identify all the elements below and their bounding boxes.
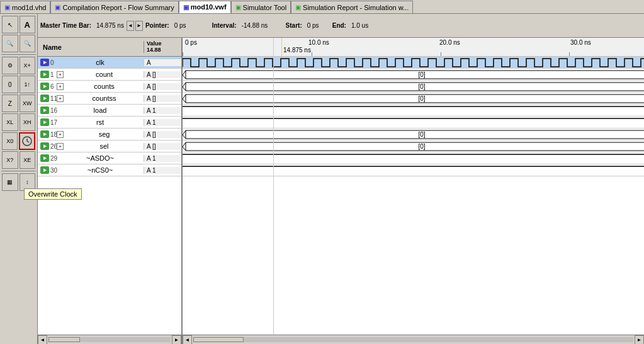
force-xh-button[interactable]: XH <box>20 113 36 131</box>
time-label-30: 30.0 ns <box>570 39 591 46</box>
wave-scroll-left-button[interactable]: ◄ <box>183 335 192 344</box>
force-xw-button[interactable]: XW <box>20 95 36 112</box>
zoom-in-button[interactable]: 🔍 <box>2 35 18 52</box>
overwrite-clock-button[interactable] <box>19 132 35 150</box>
expand-counts-icon[interactable]: + <box>57 83 64 90</box>
wave-row-sel[interactable]: [0] <box>183 140 644 152</box>
force-x0-button[interactable]: X0 <box>2 132 18 150</box>
svg-text:[0]: [0] <box>418 95 425 102</box>
ruler-nav: ◄ ► <box>127 21 143 31</box>
signal-scroll-right-button[interactable]: ► <box>172 335 181 344</box>
expand-count-icon[interactable]: + <box>57 71 64 78</box>
text-tool-button[interactable]: A <box>20 16 36 33</box>
pointer-value: 0 ps <box>172 22 210 29</box>
signal-scroll-track[interactable] <box>48 337 171 342</box>
tab-compilation-icon: ▣ <box>55 4 60 11</box>
tick-10 <box>312 52 312 56</box>
waveform-area[interactable]: 0 ps 10.0 ns 20.0 ns 30.0 ns 14.875 ns <box>183 38 644 335</box>
tab-compilation-label: Compilation Report - Flow Summary <box>62 4 174 11</box>
expand-sel-icon[interactable]: + <box>57 143 64 150</box>
svg-line-2 <box>27 141 29 142</box>
wave-rows: [0] [0] <box>183 57 644 302</box>
signal-value-asdo: A 1 <box>144 155 181 162</box>
signal-type-icon-count: ▶ <box>40 71 49 78</box>
main-container: ↖ A 🔍 🔍 ⚙ X+ 0 1↑ Z XW XL XH X0 <box>0 14 644 344</box>
expand-countss-icon[interactable]: + <box>57 95 64 102</box>
signal-row-asdo[interactable]: ▶ 29 ~ASDO~ A 1 <box>38 152 181 164</box>
force-xl-button[interactable]: XL <box>2 113 18 131</box>
signal-num-sel: ▶ 26 <box>38 142 57 150</box>
waveform-hscroll: ◄ ► <box>183 335 644 344</box>
toolbar-row-6: XL XH <box>1 113 36 132</box>
zoom-out-button[interactable]: 🔍 <box>20 35 36 52</box>
signal-list-hscroll: ◄ ► <box>38 335 183 344</box>
wave-row-count[interactable]: [0] <box>183 69 644 81</box>
signal-num-countss: ▶ 11 <box>38 95 57 102</box>
b1-button[interactable]: X+ <box>20 57 36 74</box>
force-z-button[interactable]: Z <box>2 95 18 112</box>
wave-row-load[interactable] <box>183 105 644 117</box>
b11-button[interactable]: XE <box>20 151 36 169</box>
wave-row-rst[interactable] <box>183 117 644 129</box>
tick-20 <box>441 52 441 56</box>
ruler-prev-button[interactable]: ◄ <box>127 21 134 31</box>
signal-value-seg: A [] <box>144 131 181 138</box>
signal-row-rst[interactable]: ▶ 17 rst A 1 <box>38 117 181 129</box>
wave-row-asdo[interactable] <box>183 152 644 164</box>
svg-marker-21 <box>186 142 644 151</box>
wave-svg-countss: [0] <box>183 93 644 105</box>
wave-scroll-track[interactable] <box>193 337 633 342</box>
node-finder-button[interactable]: ⚙ <box>2 57 18 74</box>
wave-row-seg[interactable]: [0] <box>183 129 644 140</box>
b12-button[interactable]: ▦ <box>2 173 18 191</box>
force-1-button[interactable]: 1↑ <box>20 76 36 93</box>
ruler-next-button[interactable]: ► <box>135 21 143 31</box>
signal-num-asdo: ▶ 29 <box>38 154 57 162</box>
wave-scroll-thumb[interactable] <box>193 337 244 342</box>
signal-name-seg: seg <box>65 130 144 138</box>
signal-type-icon-seg: ▶ <box>40 130 49 138</box>
tab-mod1d[interactable]: ▣ mod1d.vhd <box>0 1 50 13</box>
signal-row-count[interactable]: ▶ 1 + count A [] <box>38 69 181 81</box>
signal-row-counts[interactable]: ▶ 6 + counts A [] <box>38 81 181 93</box>
toolbar-row-5: Z XW <box>1 94 36 113</box>
tick-0 <box>183 52 183 56</box>
wave-svg-counts: [0] <box>183 81 644 93</box>
tab-mod10-label: mod10.vwf <box>191 3 227 11</box>
b13-button[interactable]: ↕ <box>20 173 36 191</box>
wave-row-counts[interactable]: [0] <box>183 81 644 93</box>
tab-mod10[interactable]: ▣ mod10.vwf <box>179 1 231 13</box>
b10-button[interactable]: X? <box>2 151 18 169</box>
wave-svg-rst <box>183 117 644 129</box>
svg-marker-17 <box>186 130 644 139</box>
wave-scroll-right-button[interactable]: ► <box>635 335 644 344</box>
signal-scroll-left-button[interactable]: ◄ <box>38 335 47 344</box>
svg-line-24 <box>183 147 186 151</box>
signal-type-icon-load: ▶ <box>40 106 49 114</box>
tab-mod1d-icon: ▣ <box>4 4 10 11</box>
force-0-button[interactable]: 0 <box>2 76 18 93</box>
signal-scroll-thumb[interactable] <box>48 337 80 342</box>
time-label-20: 20.0 ns <box>439 39 460 46</box>
signal-row-seg[interactable]: ▶ 18 + seg A [] <box>38 129 181 140</box>
end-value: 1.0 us <box>349 22 380 29</box>
signal-row-clk[interactable]: ▶ 0 clk A <box>38 57 181 69</box>
wave-row-ncs0[interactable] <box>183 164 644 176</box>
signal-row-load[interactable]: ▶ 16 load A 1 <box>38 105 181 117</box>
wave-row-clk[interactable] <box>183 57 644 69</box>
signal-row-ncs0[interactable]: ▶ 30 ~nCS0~ A 1 <box>38 164 181 176</box>
time-label-10: 10.0 ns <box>308 39 329 46</box>
svg-line-13 <box>183 95 186 99</box>
tab-compilation[interactable]: ▣ Compilation Report - Flow Summary <box>50 1 178 13</box>
svg-text:[0]: [0] <box>418 71 425 78</box>
svg-marker-3 <box>186 71 644 79</box>
tab-simreport[interactable]: ▣ Simulation Report - Simulation w... <box>291 1 413 13</box>
expand-seg-icon[interactable]: + <box>57 131 64 138</box>
selection-tool-button[interactable]: ↖ <box>2 16 18 33</box>
signal-type-icon-rst: ▶ <box>40 118 49 126</box>
signal-row-sel[interactable]: ▶ 26 + sel A [] <box>38 140 181 152</box>
wave-svg-count: [0] <box>183 69 644 81</box>
signal-row-countss[interactable]: ▶ 11 + countss A [] <box>38 93 181 105</box>
wave-row-countss[interactable]: [0] <box>183 93 644 105</box>
tab-simtool[interactable]: ▣ Simulator Tool <box>231 1 291 13</box>
